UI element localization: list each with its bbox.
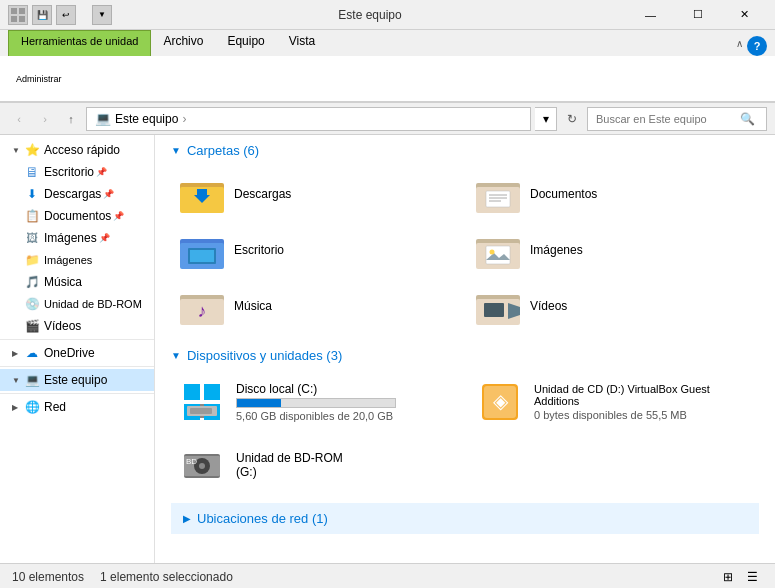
main-area: ▼ ⭐ Acceso rápido 🖥 Escritorio 📌 ⬇ Desca… <box>0 135 775 563</box>
search-box[interactable]: 🔍 <box>587 107 767 131</box>
sidebar-item-escritorio[interactable]: 🖥 Escritorio 📌 <box>0 161 154 183</box>
tab-equipo[interactable]: Equipo <box>215 30 276 56</box>
help-button[interactable]: ? <box>747 36 767 56</box>
folder-escritorio[interactable]: Escritorio <box>171 224 463 276</box>
forward-button[interactable]: › <box>34 108 56 130</box>
save-icon[interactable]: 💾 <box>32 5 52 25</box>
maximize-button[interactable]: ☐ <box>675 0 720 30</box>
sidebar-item-unidad-bd[interactable]: 💿 Unidad de BD-ROM <box>0 293 154 315</box>
back-button[interactable]: ‹ <box>8 108 30 130</box>
tab-vista[interactable]: Vista <box>277 30 327 56</box>
ubicaciones-arrow: ▶ <box>183 513 191 524</box>
svg-rect-2 <box>11 16 17 22</box>
expand-este-equipo: ▼ <box>12 376 24 385</box>
path-label: Este equipo <box>115 112 178 126</box>
address-dropdown[interactable]: ▾ <box>535 107 557 131</box>
search-input[interactable] <box>596 113 736 125</box>
svg-rect-0 <box>11 8 17 14</box>
svg-rect-31 <box>204 384 220 400</box>
folder-escritorio-icon <box>180 231 224 269</box>
svg-point-20 <box>490 250 495 255</box>
ubicaciones-section[interactable]: ▶ Ubicaciones de red (1) <box>171 503 759 534</box>
svg-text:♪: ♪ <box>198 301 207 321</box>
devices-row: Disco local (C:) 5,60 GB disponibles de … <box>171 373 759 433</box>
sidebar-item-acceso-rapido[interactable]: ▼ ⭐ Acceso rápido <box>0 139 154 161</box>
music-icon: 🎵 <box>24 274 40 290</box>
pc-sidebar-icon: 💻 <box>24 372 40 388</box>
status-bar: 10 elementos 1 elemento seleccionado ⊞ ☰ <box>0 563 775 588</box>
folder-videos-label: Vídeos <box>530 299 567 313</box>
sidebar-item-videos[interactable]: 🎬 Vídeos <box>0 315 154 337</box>
windows-icon <box>180 380 224 424</box>
folders-grid: Descargas Documentos <box>171 168 759 332</box>
sidebar-item-imagenes[interactable]: 🖼 Imágenes 📌 <box>0 227 154 249</box>
cd-d-info: Unidad de CD (D:) VirtualBox Guest Addit… <box>534 383 750 421</box>
cd-d-space: 0 bytes disponibles de 55,5 MB <box>534 409 750 421</box>
images-icon: 🖼 <box>24 230 40 246</box>
svg-rect-1 <box>19 8 25 14</box>
sidebar-item-onedrive[interactable]: ▶ ☁ OneDrive <box>0 342 154 364</box>
musica-label: Música <box>44 275 82 289</box>
minimize-button[interactable]: — <box>628 0 673 30</box>
administrar-button[interactable]: Administrar <box>8 70 70 88</box>
ubicaciones-title: Ubicaciones de red (1) <box>197 511 328 526</box>
tab-herramientas[interactable]: Herramientas de unidad <box>8 30 151 56</box>
disco-c-info: Disco local (C:) 5,60 GB disponibles de … <box>236 382 452 422</box>
window-title: Este equipo <box>112 8 628 22</box>
folder-videos[interactable]: Vídeos <box>467 280 759 332</box>
svg-rect-35 <box>190 408 212 414</box>
monkey-label: Imágenes <box>44 254 92 266</box>
carpetas-header[interactable]: ▼ Carpetas (6) <box>171 143 759 158</box>
sidebar-item-este-equipo[interactable]: ▼ 💻 Este equipo <box>0 369 154 391</box>
window-icon <box>8 5 28 25</box>
sidebar-item-monkey-island[interactable]: 📁 Imágenes <box>0 249 154 271</box>
sidebar: ▼ ⭐ Acceso rápido 🖥 Escritorio 📌 ⬇ Desca… <box>0 135 155 563</box>
folder-documentos[interactable]: Documentos <box>467 168 759 220</box>
sidebar-item-descargas[interactable]: ⬇ Descargas 📌 <box>0 183 154 205</box>
folder-musica[interactable]: ♪ Música <box>171 280 463 332</box>
cd-d-name: Unidad de CD (D:) VirtualBox Guest Addit… <box>534 383 750 407</box>
folder-musica-label: Música <box>234 299 272 313</box>
selected-count: 1 elemento seleccionado <box>100 570 233 584</box>
address-path[interactable]: 💻 Este equipo › <box>86 107 531 131</box>
device-bd-g[interactable]: BD Unidad de BD-ROM (G:) <box>171 437 371 495</box>
documentos-label: Documentos <box>44 209 111 223</box>
star-icon: ⭐ <box>24 142 40 158</box>
folder-descargas[interactable]: Descargas <box>171 168 463 220</box>
onedrive-icon: ☁ <box>24 345 40 361</box>
svg-text:BD: BD <box>186 457 197 466</box>
disco-c-name: Disco local (C:) <box>236 382 452 396</box>
dropdown-icon[interactable]: ▼ <box>92 5 112 25</box>
folder-imagenes-label: Imágenes <box>530 243 583 257</box>
folder-imagenes-icon <box>476 231 520 269</box>
disco-c-progress-fill <box>237 399 281 407</box>
close-button[interactable]: ✕ <box>722 0 767 30</box>
folder-musica-icon: ♪ <box>180 287 224 325</box>
folder-escritorio-label: Escritorio <box>234 243 284 257</box>
video-icon: 🎬 <box>24 318 40 334</box>
acceso-rapido-label: Acceso rápido <box>44 143 120 157</box>
undo-icon[interactable]: ↩ <box>56 5 76 25</box>
expand-acceso-rapido: ▼ <box>12 146 24 155</box>
dispositivos-arrow: ▼ <box>171 350 181 361</box>
sidebar-item-musica[interactable]: 🎵 Música <box>0 271 154 293</box>
folder-documentos-label: Documentos <box>530 187 597 201</box>
view-grid-button[interactable]: ⊞ <box>717 566 739 588</box>
content-area: ▼ Carpetas (6) Descargas <box>155 135 775 563</box>
carpetas-title: Carpetas (6) <box>187 143 259 158</box>
docs-icon: 📋 <box>24 208 40 224</box>
tab-archivo[interactable]: Archivo <box>151 30 215 56</box>
view-list-button[interactable]: ☰ <box>741 566 763 588</box>
up-button[interactable]: ↑ <box>60 108 82 130</box>
device-disco-c[interactable]: Disco local (C:) 5,60 GB disponibles de … <box>171 373 461 431</box>
ribbon-tabs: Herramientas de unidad Archivo Equipo Vi… <box>0 30 775 56</box>
folder-imagenes[interactable]: Imágenes <box>467 224 759 276</box>
sidebar-item-documentos[interactable]: 📋 Documentos 📌 <box>0 205 154 227</box>
device-cd-d[interactable]: ◈ Unidad de CD (D:) VirtualBox Guest Add… <box>469 373 759 431</box>
desktop-icon: 🖥 <box>24 164 40 180</box>
imagenes-label: Imágenes <box>44 231 97 245</box>
sidebar-item-red[interactable]: ▶ 🌐 Red <box>0 396 154 418</box>
ribbon: Herramientas de unidad Archivo Equipo Vi… <box>0 30 775 103</box>
dispositivos-header[interactable]: ▼ Dispositivos y unidades (3) <box>171 348 759 363</box>
refresh-button[interactable]: ↻ <box>561 108 583 130</box>
